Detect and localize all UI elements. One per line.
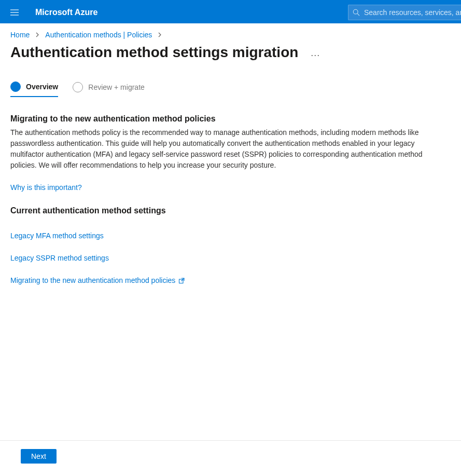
link-text: Migrating to the new authentication meth…: [10, 275, 175, 286]
tab-label: Review + migrate: [88, 83, 145, 91]
hamburger-icon: [10, 8, 19, 17]
section-heading-migrating: Migrating to the new authentication meth…: [10, 113, 451, 125]
svg-point-3: [353, 9, 358, 14]
menu-toggle-button[interactable]: [4, 2, 25, 23]
breadcrumb: Home Authentication methods | Policies: [0, 23, 461, 42]
svg-line-4: [357, 13, 359, 16]
tab-review-migrate[interactable]: Review + migrate: [73, 81, 145, 97]
legacy-mfa-link[interactable]: Legacy MFA method settings: [10, 230, 104, 241]
step-indicator-icon: [10, 81, 21, 92]
search-input[interactable]: [364, 8, 461, 17]
breadcrumb-home[interactable]: Home: [10, 31, 30, 39]
global-search[interactable]: [348, 5, 461, 20]
tab-overview[interactable]: Overview: [10, 81, 58, 97]
page-title: Authentication method settings migration: [10, 44, 298, 61]
step-indicator-icon: [73, 82, 83, 92]
page-title-row: Authentication method settings migration…: [0, 42, 461, 61]
migrating-description: The authentication methods policy is the…: [10, 127, 430, 171]
chevron-right-icon: [157, 32, 162, 37]
legacy-sspr-link[interactable]: Legacy SSPR method settings: [10, 253, 109, 264]
next-button[interactable]: Next: [21, 449, 57, 464]
migrate-policies-link[interactable]: Migrating to the new authentication meth…: [10, 275, 185, 286]
search-icon: [353, 9, 360, 16]
main-content: Migrating to the new authentication meth…: [0, 97, 461, 286]
breadcrumb-policies[interactable]: Authentication methods | Policies: [45, 31, 152, 39]
wizard-tabs: Overview Review + migrate: [0, 61, 461, 97]
app-header: Microsoft Azure: [0, 2, 461, 23]
section-heading-current: Current authentication method settings: [10, 205, 451, 217]
why-important-link[interactable]: Why is this important?: [10, 182, 82, 193]
tab-label: Overview: [26, 83, 58, 91]
wizard-footer: Next: [0, 440, 461, 476]
brand-name[interactable]: Microsoft Azure: [35, 8, 97, 17]
svg-line-6: [181, 278, 185, 281]
more-actions-button[interactable]: ···: [311, 45, 320, 60]
chevron-right-icon: [35, 32, 40, 37]
external-link-icon: [178, 278, 185, 284]
